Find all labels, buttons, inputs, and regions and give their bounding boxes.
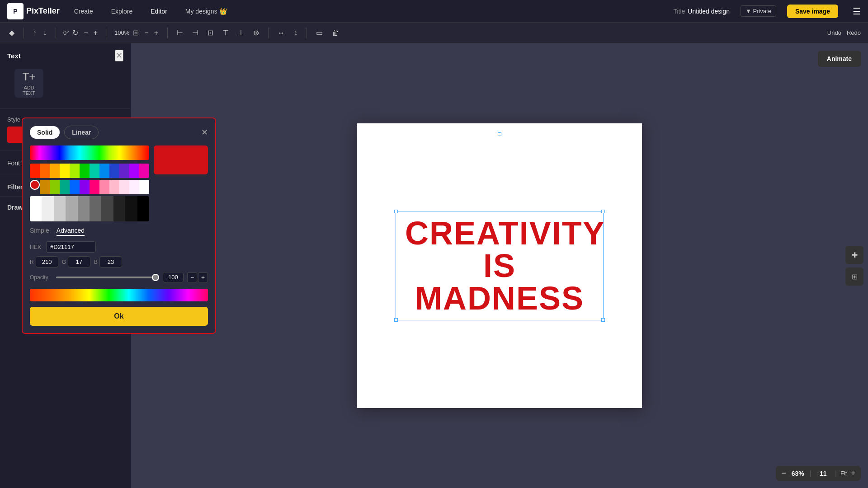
delete-icon[interactable]: 🗑 (330, 27, 341, 39)
right-mini-toolbar: ✚ ⊞ (845, 246, 863, 286)
bottom-color-strip[interactable] (30, 289, 208, 301)
nav-mydesigns[interactable]: My designs 👑 (182, 6, 231, 17)
swatch-sel-8[interactable] (99, 180, 109, 194)
gray-7[interactable] (101, 196, 113, 221)
swatch-blue2[interactable] (109, 164, 119, 178)
grid-icon[interactable]: ⊞ (131, 27, 141, 39)
move-down-icon[interactable]: ↓ (41, 27, 48, 39)
undo-button[interactable]: Undo (827, 29, 841, 36)
handle-bl[interactable] (394, 318, 398, 322)
private-button[interactable]: ▼ Private (741, 5, 776, 17)
save-button[interactable]: Save image (787, 5, 838, 18)
swatch-purple[interactable] (119, 164, 129, 178)
swatch-sel-10[interactable] (119, 180, 129, 194)
swatch-sel-3[interactable] (50, 180, 60, 194)
b-input[interactable] (99, 256, 122, 267)
swatch-sel-6[interactable] (80, 180, 90, 194)
title-area: Title Untitled design (673, 8, 730, 15)
swatch-pink[interactable] (139, 164, 149, 178)
nav-editor[interactable]: Editor (147, 6, 171, 17)
flip-h-icon[interactable]: ↔ (276, 27, 287, 39)
swatch-sel-11[interactable] (129, 180, 139, 194)
swatch-red[interactable] (30, 164, 40, 178)
swatch-sel-9[interactable] (109, 180, 119, 194)
handle-tl[interactable] (394, 210, 398, 213)
frame-icon[interactable]: ▭ (314, 27, 325, 39)
rotate-icon[interactable]: ↻ (71, 27, 80, 39)
align-center-icon[interactable]: ⊣ (190, 27, 200, 39)
align-mid-icon[interactable]: ⊥ (236, 27, 246, 39)
zoom-minus-icon[interactable]: − (142, 27, 150, 39)
layers-button[interactable]: ⊞ (845, 267, 863, 286)
tab-solid-button[interactable]: Solid (30, 126, 60, 139)
swatch-orange[interactable] (40, 164, 50, 178)
gray-6[interactable] (90, 196, 101, 221)
swatch-sel-5[interactable] (70, 180, 80, 194)
swatch-sel-2[interactable] (40, 180, 50, 194)
rotate-plus-icon[interactable]: + (92, 27, 99, 39)
hex-input[interactable] (46, 241, 96, 253)
mode-simple-tab[interactable]: Simple (30, 227, 49, 236)
animate-button[interactable]: Animate (818, 51, 861, 67)
zoom-out-button[interactable]: − (781, 469, 786, 478)
logo[interactable]: P PixTeller (7, 3, 60, 19)
nav-create[interactable]: Create (71, 6, 97, 17)
picker-close-button[interactable]: ✕ (201, 127, 208, 137)
swatch-yellow-green[interactable] (70, 164, 80, 178)
gradient-bar-1[interactable] (30, 145, 149, 160)
align-right-icon[interactable]: ⊡ (206, 27, 215, 39)
align-left-icon[interactable]: ⊢ (175, 27, 185, 39)
opacity-value[interactable] (163, 272, 184, 282)
opacity-plus-button[interactable]: + (198, 272, 208, 282)
swatch-teal[interactable] (90, 164, 99, 178)
text-element-selected[interactable]: CREATIVITY IS MADNESS (396, 211, 604, 320)
opacity-minus-button[interactable]: − (187, 272, 197, 282)
add-text-button[interactable]: T+ ADDTEXT (14, 69, 43, 98)
shape-icon[interactable]: ◆ (7, 27, 16, 39)
swatch-sel-4[interactable] (60, 180, 70, 194)
gray-2[interactable] (42, 196, 53, 221)
toolbar-sep-1 (24, 28, 24, 38)
zoom-fit-button[interactable]: Fit (840, 470, 847, 477)
redo-button[interactable]: Redo (847, 29, 861, 36)
handle-tr[interactable] (601, 210, 605, 213)
gray-5[interactable] (78, 196, 90, 221)
title-value[interactable]: Untitled design (688, 8, 730, 15)
align-bot-icon[interactable]: ⊕ (251, 27, 261, 39)
zoom-in-button[interactable]: + (850, 469, 855, 478)
swatch-sel-1[interactable] (30, 180, 40, 190)
panel-close-button[interactable]: ✕ (115, 50, 123, 61)
tab-linear-button[interactable]: Linear (64, 126, 99, 139)
r-input[interactable] (36, 256, 58, 267)
swatch-yellow-orange[interactable] (50, 164, 60, 178)
swatch-blue[interactable] (99, 164, 109, 178)
swatch-green[interactable] (80, 164, 90, 178)
mode-advanced-tab[interactable]: Advanced (57, 227, 85, 236)
top-center-handle[interactable] (498, 132, 501, 136)
canvas-background[interactable]: CREATIVITY IS MADNESS (357, 123, 642, 408)
add-element-button[interactable]: ✚ (845, 246, 863, 264)
g-input[interactable] (68, 256, 90, 267)
swatch-sel-12[interactable] (139, 180, 149, 194)
rotate-minus-icon[interactable]: − (82, 27, 90, 39)
gray-3[interactable] (54, 196, 66, 221)
swatch-violet[interactable] (129, 164, 139, 178)
style-color-preview[interactable] (7, 127, 24, 143)
gray-1[interactable] (30, 196, 42, 221)
nav-explore[interactable]: Explore (108, 6, 136, 17)
move-up-icon[interactable]: ↑ (31, 27, 38, 39)
ok-button[interactable]: Ok (30, 307, 208, 326)
gray-4[interactable] (66, 196, 77, 221)
gray-8[interactable] (113, 196, 125, 221)
opacity-slider[interactable] (56, 277, 159, 278)
zoom-plus-icon[interactable]: + (152, 27, 160, 39)
swatch-sel-7[interactable] (90, 180, 99, 194)
gray-9[interactable] (125, 196, 137, 221)
gray-10[interactable] (137, 196, 149, 221)
rgb-row: R G B (30, 256, 208, 267)
swatch-yellow[interactable] (60, 164, 70, 178)
flip-v-icon[interactable]: ↕ (292, 27, 299, 39)
align-top-icon[interactable]: ⊤ (221, 27, 231, 39)
menu-icon[interactable]: ☰ (853, 6, 861, 17)
handle-br[interactable] (601, 318, 605, 322)
